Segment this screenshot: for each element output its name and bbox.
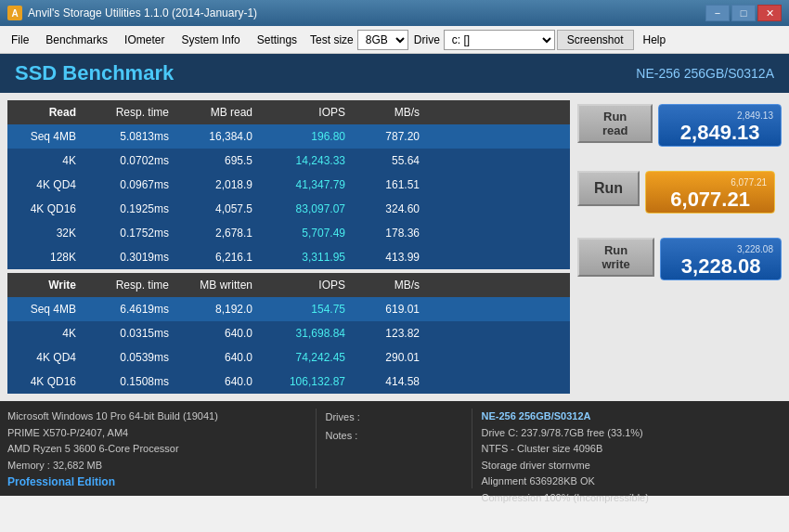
footer-drive-model: NE-256 256GB/S0312A: [482, 409, 783, 425]
read-row-4kqd4: 4K QD4 0.0967ms 2,018.9 41,347.79 161.51: [7, 173, 570, 197]
drive-model-header: NE-256 256GB/S0312A: [636, 66, 774, 81]
footer-cpu: AMD Ryzen 5 3600 6-Core Processor: [7, 441, 308, 458]
benchmark-table: Read Resp. time MB read IOPS MB/s Seq 4M…: [7, 100, 570, 394]
app-title: SSD Benchmark: [15, 61, 174, 85]
read-score-box: 2,849.13 2,849.13: [658, 104, 782, 147]
read-header-row: Read Resp. time MB read IOPS MB/s: [7, 100, 570, 124]
write-header-label: Write: [7, 273, 82, 297]
menu-iometer[interactable]: IOmeter: [117, 30, 172, 50]
footer-middle: Drives : Notes :: [316, 409, 464, 488]
run-write-button[interactable]: Run write: [577, 238, 654, 277]
menu-file[interactable]: File: [4, 30, 36, 50]
minimize-button[interactable]: −: [705, 5, 730, 21]
read-mb-header: MB read: [175, 100, 258, 124]
drive-label: Drive: [414, 33, 440, 46]
menu-settings[interactable]: Settings: [250, 30, 304, 50]
read-row-128k: 128K 0.3019ms 6,216.1 3,311.95 413.99: [7, 245, 570, 269]
write-iops-header: IOPS: [258, 273, 351, 297]
footer-right: NE-256 256GB/S0312A Drive C: 237.9/78.7G…: [472, 409, 783, 488]
footer-storage-driver: Storage driver stornvme: [482, 458, 783, 474]
read-row-4kqd16: 4K QD16 0.1925ms 4,057.5 83,097.07 324.6…: [7, 197, 570, 221]
read-score-big: 2,849.13: [680, 123, 760, 143]
write-score-box: 3,228.08 3,228.08: [660, 238, 782, 280]
window-controls: − □ ✕: [705, 5, 782, 21]
menu-help[interactable]: Help: [636, 30, 674, 50]
footer-alignment: Alignment 636928KB OK: [482, 474, 783, 490]
write-score-small: 3,228.08: [737, 245, 781, 254]
write-resp-header: Resp. time: [82, 273, 175, 297]
write-row-seq4mb: Seq 4MB 6.4619ms 8,192.0 154.75 619.01: [7, 297, 570, 321]
main-score-big: 6,077.21: [670, 189, 750, 210]
write-row-4kqd4: 4K QD4 0.0539ms 640.0 74,242.45 290.01: [7, 345, 570, 370]
footer-left: Microsoft Windows 10 Pro 64-bit Build (1…: [7, 409, 308, 488]
footer-ntfs: NTFS - Cluster size 4096B: [482, 441, 783, 458]
read-row-seq4mb: Seq 4MB 5.0813ms 16,384.0 196.80 787.20: [7, 124, 570, 149]
main-score-small: 6,077.21: [731, 178, 774, 188]
write-row-4k: 4K 0.0315ms 640.0 31,698.84 123.82: [7, 321, 570, 345]
maximize-button[interactable]: □: [731, 5, 756, 21]
menu-system-info[interactable]: System Info: [174, 30, 247, 50]
menu-bar: File Benchmarks IOmeter System Info Sett…: [0, 26, 789, 54]
run-write-group: Run write 3,228.08 3,228.08: [577, 238, 782, 280]
test-size-group: Test size 8GB: [310, 30, 408, 50]
menu-benchmarks[interactable]: Benchmarks: [38, 30, 115, 50]
pro-edition-label: Professional Edition: [7, 474, 308, 491]
footer-drives-label: Drives :: [326, 409, 464, 427]
footer-motherboard: PRIME X570-P/2407, AM4: [7, 425, 308, 442]
footer-compression: Compression 100% (Incompressible): [482, 490, 783, 507]
read-score-small: 2,849.13: [737, 111, 781, 121]
write-mbs-header: MB/s: [351, 273, 425, 297]
header-banner: SSD Benchmark NE-256 256GB/S0312A: [0, 54, 789, 93]
drive-select[interactable]: c: []: [444, 30, 555, 50]
right-panel: Run read 2,849.13 2,849.13 Run 6,077.21 …: [577, 100, 782, 394]
test-size-select[interactable]: 8GB: [357, 30, 408, 50]
read-mbs-header: MB/s: [351, 100, 425, 124]
close-button[interactable]: ✕: [757, 5, 782, 21]
read-resp-header: Resp. time: [82, 100, 175, 124]
footer-drive-c: Drive C: 237.9/78.7GB free (33.1%): [482, 425, 783, 442]
footer: Microsoft Windows 10 Pro 64-bit Build (1…: [0, 401, 789, 496]
screenshot-button[interactable]: Screenshot: [557, 30, 634, 50]
run-read-button[interactable]: Run read: [577, 104, 653, 143]
write-header-row: Write Resp. time MB written IOPS MB/s: [7, 273, 570, 297]
footer-os: Microsoft Windows 10 Pro 64-bit Build (1…: [7, 409, 308, 425]
write-mb-header: MB written: [175, 273, 258, 297]
run-button[interactable]: Run: [577, 171, 640, 206]
title-bar: A Anvil's Storage Utilities 1.1.0 (2014-…: [0, 0, 789, 26]
test-size-label: Test size: [310, 33, 354, 46]
drive-group: Drive c: []: [414, 30, 555, 50]
window-title: Anvil's Storage Utilities 1.1.0 (2014-Ja…: [28, 6, 257, 19]
read-row-32k: 32K 0.1752ms 2,678.1 5,707.49 178.36: [7, 221, 570, 245]
write-row-4kqd16: 4K QD16 0.1508ms 640.0 106,132.87 414.58: [7, 370, 570, 394]
main-content: Read Resp. time MB read IOPS MB/s Seq 4M…: [0, 93, 789, 401]
title-bar-left: A Anvil's Storage Utilities 1.1.0 (2014-…: [7, 6, 257, 20]
read-row-4k: 4K 0.0702ms 695.5 14,243.33 55.64: [7, 149, 570, 173]
main-score-box: 6,077.21 6,077.21: [645, 171, 775, 214]
app-icon: A: [7, 6, 22, 20]
footer-notes-label: Notes :: [326, 427, 464, 446]
run-read-group: Run read 2,849.13 2,849.13: [577, 104, 782, 147]
run-main-group: Run 6,077.21 6,077.21: [577, 171, 782, 214]
write-score-big: 3,228.08: [681, 256, 761, 277]
footer-memory: Memory : 32,682 MB: [7, 458, 308, 474]
read-header-label: Read: [7, 100, 82, 124]
read-iops-header: IOPS: [258, 100, 351, 124]
